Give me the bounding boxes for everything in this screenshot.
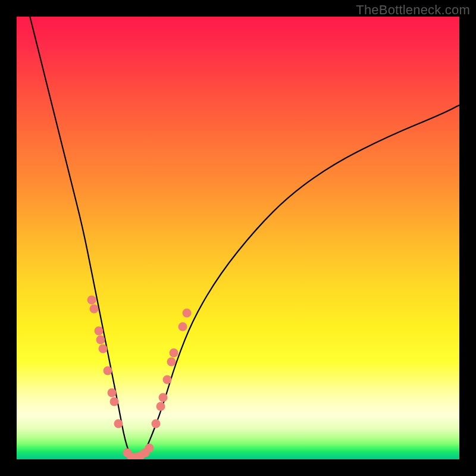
- data-point: [87, 296, 96, 305]
- data-point: [123, 448, 132, 457]
- data-point: [183, 309, 192, 318]
- data-point: [114, 419, 123, 428]
- plot-area: [17, 17, 459, 459]
- data-point: [152, 419, 161, 428]
- data-point: [158, 393, 167, 402]
- data-point: [156, 402, 165, 411]
- data-point: [167, 358, 176, 367]
- chart-frame: TheBottleneck.com: [0, 0, 476, 476]
- data-point: [107, 389, 116, 397]
- bottleneck-curve: [17, 17, 459, 459]
- data-point: [94, 327, 103, 336]
- data-point: [145, 444, 154, 453]
- data-point: [96, 336, 105, 345]
- attribution-text: TheBottleneck.com: [356, 2, 470, 18]
- data-point: [131, 453, 140, 459]
- data-point: [99, 345, 108, 353]
- data-point: [140, 448, 149, 457]
- data-point: [162, 375, 171, 384]
- data-point: [127, 453, 136, 459]
- data-point: [178, 322, 187, 331]
- curve-path: [30, 17, 459, 459]
- data-point: [90, 305, 99, 314]
- data-point: [103, 367, 112, 375]
- data-point: [109, 397, 118, 406]
- data-point: [136, 452, 145, 459]
- data-point: [170, 349, 178, 358]
